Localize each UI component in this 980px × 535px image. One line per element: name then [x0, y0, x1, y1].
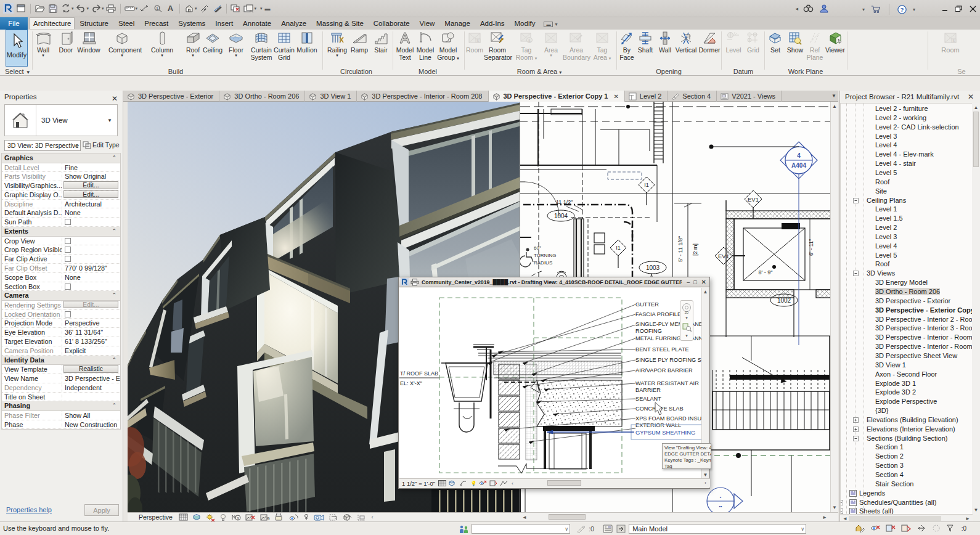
svg-text:FASCIA PROFILE: FASCIA PROFILE [635, 311, 681, 317]
svg-text:▪▪: ▪▪ [719, 504, 722, 508]
svg-text:1004: 1004 [554, 213, 568, 219]
svg-text:1: 1 [156, 6, 158, 10]
svg-text:1003: 1003 [646, 264, 660, 271]
svg-text:?: ? [900, 6, 904, 13]
svg-text:6' - 11": 6' - 11" [808, 239, 814, 256]
svg-text:EV1: EV1 [748, 196, 759, 203]
svg-text:60°: 60° [534, 245, 541, 251]
svg-text:TURNING: TURNING [534, 253, 556, 258]
svg-text:[2 m]: [2 m] [692, 243, 698, 256]
svg-text:1: 1 [477, 39, 479, 43]
svg-text:ROOFING: ROOFING [635, 328, 662, 334]
svg-text:EL: X'-X": EL: X'-X" [400, 380, 422, 386]
svg-text:9: 9 [267, 516, 270, 521]
svg-text:EXTERIOR WALL: EXTERIOR WALL [635, 422, 681, 428]
svg-text:I1: I1 [644, 182, 649, 188]
svg-text:XPS FOAM BOARD INSU: XPS FOAM BOARD INSU [635, 415, 701, 422]
svg-text:1: 1 [953, 39, 955, 43]
svg-text:GUTTER: GUTTER [635, 301, 659, 308]
svg-text:4: 4 [797, 152, 801, 159]
svg-text:RADIUS: RADIUS [534, 260, 552, 266]
svg-text:11 1/2": 11 1/2" [556, 199, 573, 205]
svg-text:WATER RESISTANT AIR: WATER RESISTANT AIR [635, 380, 699, 386]
svg-text:1002: 1002 [777, 297, 791, 304]
svg-text:A404: A404 [791, 162, 806, 169]
svg-text:T/ ROOF SLAB: T/ ROOF SLAB [400, 370, 438, 377]
svg-text:9: 9 [237, 516, 239, 520]
svg-text:GYPSUM SHEATHING: GYPSUM SHEATHING [635, 429, 695, 436]
svg-text:8' - 9": 8' - 9" [759, 269, 773, 276]
svg-text:BARRIER: BARRIER [635, 387, 661, 393]
svg-text:I1: I1 [616, 245, 621, 251]
svg-text:5' - 11 1/8": 5' - 11 1/8" [677, 236, 684, 262]
svg-text:BENT STEEL PLATE: BENT STEEL PLATE [635, 346, 689, 353]
svg-text:AIR/VAPOR BARRIER: AIR/VAPOR BARRIER [635, 367, 693, 374]
svg-text:SINGLE PLY ROOFING S: SINGLE PLY ROOFING S [635, 357, 701, 363]
svg-text:SEALANT: SEALANT [635, 396, 661, 402]
svg-text:2D: 2D [685, 311, 689, 314]
